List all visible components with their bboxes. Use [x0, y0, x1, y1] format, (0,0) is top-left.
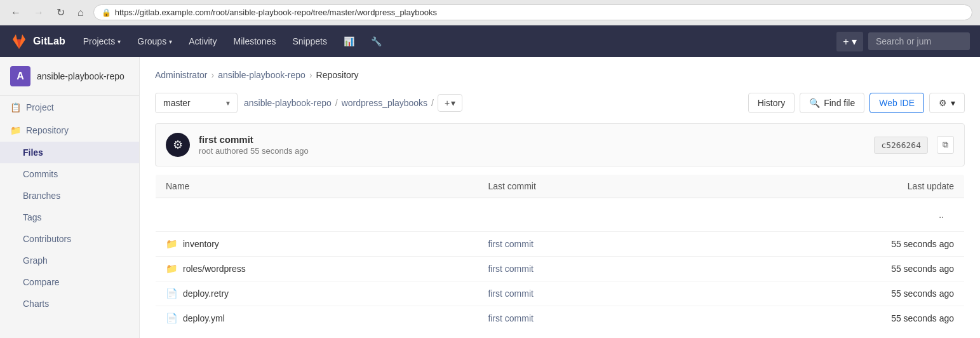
commit-info: first commit root authored 55 seconds ag… [199, 134, 865, 156]
nav-groups[interactable]: Groups ▾ [130, 31, 180, 51]
project-avatar: A [10, 66, 30, 86]
branch-selector[interactable]: master [155, 93, 238, 113]
repository-icon: 📁 [10, 125, 21, 135]
sidebar-item-branches[interactable]: Branches [0, 185, 139, 206]
path-repo[interactable]: ansible-playbook-repo [244, 98, 332, 108]
url-text: https://gitlab.example.com/root/ansible-… [115, 8, 437, 17]
back-button[interactable]: ← [8, 6, 24, 20]
breadcrumb: Administrator › ansible-playbook-repo › … [155, 70, 965, 80]
nav-wrench-icon[interactable]: 🔧 [363, 31, 389, 51]
file-icon-deploy-yml: 📄 [166, 313, 178, 324]
home-button[interactable]: ⌂ [74, 6, 87, 20]
table-row: 📄 deploy.yml first commit 55 seconds ago [156, 306, 965, 331]
chevron-down-icon-2: ▾ [951, 98, 955, 108]
file-name-deploy-retry[interactable]: 📄 deploy.retry [166, 288, 467, 299]
file-commit-inventory: first commit [478, 232, 697, 257]
project-icon: 📋 [10, 102, 21, 112]
projects-chevron-icon: ▾ [117, 38, 121, 45]
sidebar-item-files[interactable]: Files [0, 142, 139, 163]
nav-projects[interactable]: Projects ▾ [76, 31, 129, 51]
browser-chrome: ← → ↻ ⌂ 🔒 https://gitlab.example.com/roo… [0, 0, 980, 25]
file-commit-link-deploy-yml[interactable]: first commit [488, 313, 534, 323]
commit-message[interactable]: first commit [199, 134, 865, 145]
breadcrumb-sep-1: › [211, 70, 214, 80]
breadcrumb-administrator[interactable]: Administrator [155, 70, 207, 80]
commit-avatar: ⚙ [166, 133, 190, 157]
file-commit-link-deploy-retry[interactable]: first commit [488, 288, 534, 299]
repo-toolbar: master ansible-playbook-repo / wordpress… [155, 93, 965, 113]
search-icon: 🔍 [809, 98, 820, 108]
path-folder[interactable]: wordpress_playbooks [342, 98, 427, 108]
web-ide-button[interactable]: Web IDE [869, 93, 924, 113]
file-commit-link-roles[interactable]: first commit [488, 264, 534, 274]
navbar-nav: Projects ▾ Groups ▾ Activity Milestones … [76, 31, 837, 51]
file-table-header: Name Last commit Last update [156, 175, 965, 198]
path-sep-1: / [335, 98, 338, 108]
file-date-deploy-retry: 55 seconds ago [697, 281, 964, 306]
table-row: 📁 inventory first commit 55 seconds ago [156, 232, 965, 257]
file-icon-deploy-retry: 📄 [166, 288, 178, 299]
history-button[interactable]: History [748, 93, 795, 113]
search-input[interactable] [868, 32, 970, 50]
sidebar-item-compare[interactable]: Compare [0, 271, 139, 293]
groups-chevron-icon: ▾ [169, 38, 172, 45]
find-file-button[interactable]: 🔍 Find file [800, 93, 864, 113]
file-name-cell-deploy-retry: 📄 deploy.retry [156, 281, 478, 306]
toolbar-actions: History 🔍 Find file Web IDE ⚙ ▾ [748, 93, 965, 113]
nav-milestones[interactable]: Milestones [226, 31, 284, 51]
sidebar-item-repository[interactable]: 📁 Repository [0, 119, 139, 142]
file-commit-roles: first commit [478, 257, 697, 281]
file-commit-link-inventory[interactable]: first commit [488, 239, 534, 249]
more-options-button[interactable]: ⚙ ▾ [929, 93, 965, 113]
breadcrumb-current: Repository [316, 70, 359, 80]
gitlab-logo-icon [10, 32, 28, 50]
sidebar-item-charts[interactable]: Charts [0, 293, 139, 314]
app-layout: A ansible-playbook-repo 📋 Project 📁 Repo… [0, 57, 980, 338]
brand[interactable]: GitLab [10, 32, 65, 50]
path-add-button[interactable]: + ▾ [438, 94, 462, 112]
sidebar-item-graph[interactable]: Graph [0, 250, 139, 271]
commit-hash[interactable]: c5266264 [874, 137, 928, 154]
reload-button[interactable]: ↻ [53, 5, 68, 20]
sidebar: A ansible-playbook-repo 📋 Project 📁 Repo… [0, 57, 140, 338]
navbar-right: + ▾ [836, 32, 970, 51]
commit-copy-button[interactable]: ⧉ [937, 136, 954, 154]
sidebar-item-tags[interactable]: Tags [0, 206, 139, 228]
project-name: ansible-playbook-repo [37, 71, 124, 81]
nav-activity[interactable]: Activity [181, 31, 224, 51]
nav-chart-icon[interactable]: 📊 [336, 31, 362, 51]
nav-snippets[interactable]: Snippets [285, 31, 334, 51]
file-name-cell-roles: 📁 roles/wordpress [156, 257, 478, 281]
file-table-body: .. 📁 inventory first commit 55 seconds a… [156, 198, 965, 331]
col-last-commit: Last commit [478, 175, 697, 198]
forward-button[interactable]: → [30, 6, 47, 20]
url-bar[interactable]: 🔒 https://gitlab.example.com/root/ansibl… [93, 4, 972, 20]
file-date-deploy-yml: 55 seconds ago [697, 306, 964, 331]
breadcrumb-sep-2: › [309, 70, 312, 80]
commit-avatar-symbol: ⚙ [173, 138, 183, 152]
add-button[interactable]: + ▾ [836, 32, 863, 51]
main-content: Administrator › ansible-playbook-repo › … [140, 57, 980, 338]
sidebar-item-project[interactable]: 📋 Project [0, 96, 139, 119]
col-last-update: Last update [697, 175, 964, 198]
table-row-parent: .. [156, 198, 965, 232]
file-name-cell-deploy-yml: 📄 deploy.yml [156, 306, 478, 331]
file-name-roles[interactable]: 📁 roles/wordpress [166, 263, 467, 274]
breadcrumb-repo[interactable]: ansible-playbook-repo [218, 70, 305, 80]
file-date-inventory: 55 seconds ago [697, 232, 964, 257]
folder-icon-roles: 📁 [166, 263, 178, 274]
sidebar-repository-label: Repository [26, 125, 69, 135]
table-row: 📄 deploy.retry first commit 55 seconds a… [156, 281, 965, 306]
path-sep-2: / [431, 98, 434, 108]
file-name-deploy-yml[interactable]: 📄 deploy.yml [166, 313, 467, 324]
folder-icon-inventory: 📁 [166, 238, 178, 250]
sidebar-item-contributors[interactable]: Contributors [0, 228, 139, 250]
sidebar-item-commits[interactable]: Commits [0, 163, 139, 185]
col-name: Name [156, 175, 478, 198]
commit-bar: ⚙ first commit root authored 55 seconds … [155, 123, 965, 166]
plus-icon: + [445, 98, 450, 108]
parent-dir-link[interactable]: .. [166, 205, 954, 225]
navbar: GitLab Projects ▾ Groups ▾ Activity Mile… [0, 25, 980, 57]
file-name-inventory[interactable]: 📁 inventory [166, 238, 467, 250]
branch-selector-wrap: master [155, 93, 238, 113]
